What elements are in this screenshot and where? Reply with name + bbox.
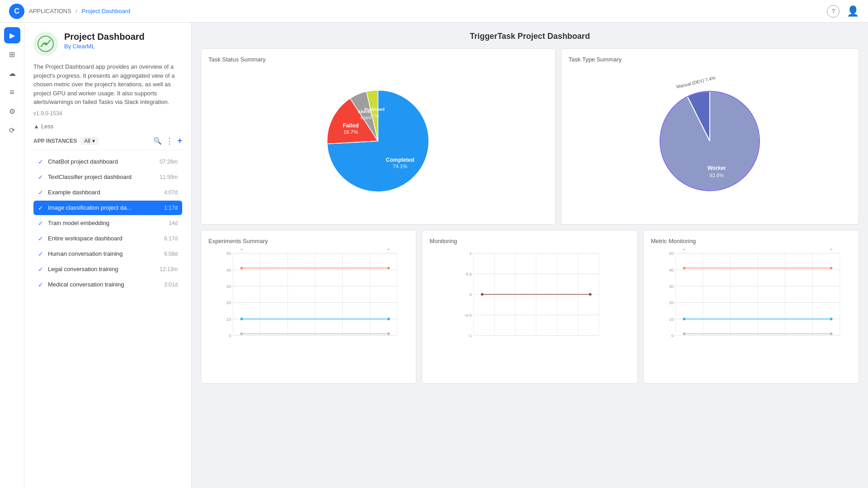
svg-point-95: [830, 333, 832, 335]
svg-text:0.5: 0.5: [466, 272, 472, 277]
more-btn[interactable]: ⋮: [165, 136, 174, 146]
check-icon: ✓: [38, 220, 43, 227]
experiments-summary-card: Experiments Summary 01020304050: [201, 230, 416, 384]
check-icon: ✓: [38, 158, 43, 165]
svg-point-40: [241, 318, 243, 320]
metric-monitoring-card: Metric Monitoring 01020304050: [643, 230, 859, 384]
svg-text:16.7%: 16.7%: [344, 129, 358, 135]
instance-name: Example dashboard: [48, 189, 160, 196]
list-item[interactable]: ✓ Image classification project da... 1:1…: [33, 201, 182, 215]
svg-text:Worker: Worker: [708, 165, 726, 171]
app-description: The Project Dashboard app provides an ov…: [33, 62, 182, 107]
search-btn[interactable]: 🔍: [153, 137, 162, 145]
check-icon: ✓: [38, 235, 43, 242]
check-icon: ✓: [38, 250, 43, 258]
nav-cloud-btn[interactable]: ☁: [4, 65, 20, 81]
task-status-title: Task Status Summary: [208, 56, 548, 63]
svg-text:74.1%: 74.1%: [393, 164, 407, 169]
nav-settings-btn[interactable]: ⚙: [4, 103, 20, 119]
breadcrumb: APPLICATIONS / Project Dashboard: [29, 8, 130, 14]
svg-text:-1: -1: [468, 333, 472, 338]
svg-text:50: 50: [669, 251, 674, 256]
svg-text:10: 10: [226, 317, 231, 322]
top-navbar: C APPLICATIONS / Project Dashboard ? 👤: [0, 0, 868, 23]
task-status-pie: Completed74.1%Failed16.7%Aborted5.56%Pub…: [208, 67, 548, 215]
app-logo[interactable]: C: [9, 4, 24, 19]
instances-label: APP INSTANCES: [33, 138, 77, 144]
svg-point-34: [241, 249, 243, 250]
monitoring-card: Monitoring -1-0.500.51: [422, 230, 637, 384]
svg-text:-0.5: -0.5: [464, 313, 472, 318]
svg-text:40: 40: [669, 267, 674, 272]
nav-right: ? 👤: [827, 5, 859, 18]
check-icon: ✓: [38, 204, 43, 211]
nav-pipelines-btn[interactable]: ▶: [4, 27, 20, 43]
less-toggle-btn[interactable]: ▲ Less: [33, 123, 182, 130]
nav-layers-btn[interactable]: ≡: [4, 84, 20, 100]
instances-header: APP INSTANCES All ▾ 🔍 ⋮ +: [33, 136, 182, 150]
svg-text:50: 50: [226, 251, 231, 256]
app-version: v1.9.0-1534: [33, 110, 182, 117]
task-status-card: Task Status Summary Completed74.1%Failed…: [201, 48, 556, 225]
svg-point-85: [683, 249, 685, 250]
instance-time: 11:59m: [160, 174, 178, 180]
svg-point-43: [241, 333, 243, 335]
instance-time: 1:17d: [164, 205, 178, 211]
instance-time: 4:07d: [164, 189, 178, 196]
check-icon: ✓: [38, 174, 43, 181]
svg-text:Failed: Failed: [343, 122, 359, 129]
svg-point-35: [387, 249, 390, 250]
svg-text:20: 20: [669, 300, 674, 305]
svg-point-38: [387, 267, 390, 269]
svg-point-63: [481, 293, 484, 296]
icon-sidebar: ▶ ⊞ ☁ ≡ ⚙ ⟳: [0, 23, 24, 488]
instance-time: 12:13m: [160, 266, 178, 272]
svg-text:1: 1: [470, 251, 472, 256]
metric-monitoring-title: Metric Monitoring: [651, 238, 851, 244]
list-item[interactable]: ✓ Entire workspace dashboard 6:17d: [33, 231, 182, 246]
list-item[interactable]: ✓ Human conversation training 6:08d: [33, 247, 182, 261]
instance-time: 3:01d: [164, 282, 178, 288]
instance-name: Medical conversation training: [48, 281, 160, 288]
help-icon[interactable]: ?: [827, 5, 840, 18]
svg-point-89: [830, 267, 832, 269]
svg-point-41: [387, 318, 390, 320]
instances-list: ✓ ChatBot project dashboard 07:28m ✓ Tex…: [33, 155, 182, 292]
instances-actions: 🔍 ⋮ +: [153, 136, 182, 146]
instance-name: TextClassifier project dashboard: [48, 174, 156, 180]
svg-point-92: [830, 318, 832, 320]
svg-point-88: [683, 267, 685, 269]
svg-point-64: [589, 293, 592, 296]
svg-point-91: [683, 318, 685, 320]
instance-name: Entire workspace dashboard: [48, 235, 160, 242]
task-type-pie: Worker92.6%Manual (DEV) 7.4%: [569, 67, 851, 215]
monitoring-title: Monitoring: [429, 238, 630, 244]
top-charts-row: Task Status Summary Completed74.1%Failed…: [201, 48, 859, 225]
check-icon: ✓: [38, 266, 43, 273]
list-item[interactable]: ✓ Medical conversation training 3:01d: [33, 277, 182, 292]
bottom-charts-row: Experiments Summary 01020304050 Monitori…: [201, 230, 859, 384]
app-by[interactable]: By ClearML: [64, 43, 145, 50]
list-item[interactable]: ✓ Train model embedding 14d: [33, 216, 182, 230]
app-icon: [33, 32, 58, 56]
task-type-title: Task Type Summary: [569, 56, 851, 63]
list-item[interactable]: ✓ ChatBot project dashboard 07:28m: [33, 155, 182, 169]
instance-name: Train model embedding: [48, 220, 165, 226]
add-instance-btn[interactable]: +: [177, 136, 182, 145]
nav-grid-btn[interactable]: ⊞: [4, 46, 20, 62]
nav-left: C APPLICATIONS / Project Dashboard: [9, 4, 130, 19]
filter-all-btn[interactable]: All ▾: [80, 137, 98, 145]
list-item[interactable]: ✓ Example dashboard 4:07d: [33, 185, 182, 200]
main-content: TriggerTask Project Dashboard Task Statu…: [192, 23, 868, 488]
svg-text:0: 0: [229, 333, 231, 338]
list-item[interactable]: ✓ Legal conversation training 12:13m: [33, 262, 182, 277]
app-title: Project Dashboard: [64, 32, 145, 42]
svg-text:Manual (DEV) 7.4%: Manual (DEV) 7.4%: [676, 75, 716, 89]
nav-refresh-btn[interactable]: ⟳: [4, 122, 20, 138]
svg-text:40: 40: [226, 267, 231, 272]
dashboard-title: TriggerTask Project Dashboard: [201, 32, 859, 41]
list-item[interactable]: ✓ TextClassifier project dashboard 11:59…: [33, 170, 182, 184]
svg-point-94: [683, 333, 685, 335]
task-type-card: Task Type Summary Worker92.6%Manual (DEV…: [561, 48, 859, 225]
user-icon[interactable]: 👤: [847, 5, 859, 17]
